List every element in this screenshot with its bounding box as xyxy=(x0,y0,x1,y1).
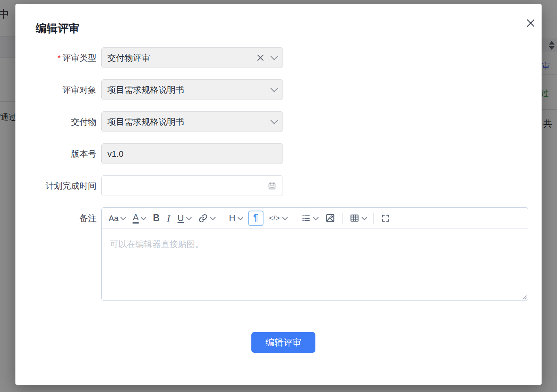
dialog-title: 编辑评审 xyxy=(36,22,79,35)
version-input: v1.0 xyxy=(101,143,283,164)
code-icon: </> xyxy=(269,215,281,222)
submit-edit-review-button[interactable]: 编辑评审 xyxy=(251,332,315,353)
paragraph-icon: ¶ xyxy=(253,213,258,224)
form-row-review-type: *评审类型 交付物评审 xyxy=(15,47,542,68)
chevron-down-icon xyxy=(270,117,278,124)
table-button[interactable] xyxy=(346,211,370,226)
chevron-down-icon xyxy=(210,214,216,220)
paragraph-button[interactable]: ¶ xyxy=(248,211,264,226)
review-object-select[interactable]: 项目需求规格说明书 xyxy=(101,79,283,100)
chevron-down-icon xyxy=(270,53,278,60)
clear-icon[interactable] xyxy=(257,54,264,62)
chevron-down-icon xyxy=(270,85,278,92)
form-row-deliverable: 交付物 项目需求规格说明书 xyxy=(15,111,542,132)
chevron-down-icon xyxy=(237,214,243,220)
underline-button[interactable]: U xyxy=(174,211,195,226)
review-type-select[interactable]: 交付物评审 xyxy=(101,47,283,68)
remark-label: 备注 xyxy=(15,207,96,222)
rich-text-editor: Aa A B I U xyxy=(101,207,528,301)
chevron-down-icon xyxy=(313,214,319,220)
toolbar-divider xyxy=(342,213,343,224)
deliverable-value: 项目需求规格说明书 xyxy=(107,116,272,128)
review-type-label: *评审类型 xyxy=(15,47,96,68)
bold-button[interactable]: B xyxy=(149,211,163,226)
review-type-value: 交付物评审 xyxy=(107,52,257,64)
fullscreen-button[interactable] xyxy=(377,211,394,226)
edit-review-dialog: 编辑评审 *评审类型 交付物评审 xyxy=(15,4,542,385)
form-row-remark: 备注 Aa A B I xyxy=(15,207,542,301)
calendar-icon xyxy=(267,181,277,191)
chevron-down-icon xyxy=(186,214,192,220)
close-icon xyxy=(526,19,535,28)
bullet-list-icon xyxy=(301,213,311,223)
image-button[interactable] xyxy=(321,211,339,226)
form-row-review-object: 评审对象 项目需求规格说明书 xyxy=(15,79,542,100)
chevron-down-icon xyxy=(282,214,288,220)
version-value: v1.0 xyxy=(107,149,277,159)
editor-toolbar: Aa A B I U xyxy=(102,208,528,229)
deliverable-select[interactable]: 项目需求规格说明书 xyxy=(101,111,283,132)
form-row-version: 版本号 v1.0 xyxy=(15,143,542,164)
toolbar-divider xyxy=(294,213,294,224)
font-color-button[interactable]: A xyxy=(129,211,149,226)
fullscreen-icon xyxy=(381,213,390,223)
chevron-down-icon xyxy=(141,214,146,220)
link-icon xyxy=(198,213,208,223)
toolbar-divider xyxy=(373,213,374,224)
link-button[interactable] xyxy=(195,211,219,226)
italic-button[interactable]: I xyxy=(163,211,174,226)
chevron-down-icon xyxy=(120,214,126,220)
chevron-down-icon xyxy=(362,214,367,220)
list-button[interactable] xyxy=(298,211,321,226)
image-icon xyxy=(325,213,335,223)
form-row-plan-finish-time: 计划完成时间 xyxy=(15,175,542,196)
editor-placeholder: 可以在编辑器直接贴图。 xyxy=(110,239,204,250)
plan-finish-time-input[interactable] xyxy=(101,175,283,196)
resize-handle[interactable] xyxy=(522,294,527,300)
font-size-button[interactable]: Aa xyxy=(105,211,129,226)
review-object-value: 项目需求规格说明书 xyxy=(107,84,272,96)
table-icon xyxy=(349,213,360,223)
close-button[interactable] xyxy=(526,19,535,28)
edit-review-form: *评审类型 交付物评审 评审对象 项目需求规格说明书 xyxy=(15,47,542,312)
required-mark: * xyxy=(58,53,61,62)
toolbar-divider xyxy=(222,213,222,224)
plan-finish-time-label: 计划完成时间 xyxy=(15,175,96,196)
editor-content-area[interactable]: 可以在编辑器直接贴图。 xyxy=(102,229,528,300)
code-block-button[interactable]: </> xyxy=(266,211,291,226)
heading-button[interactable]: H xyxy=(225,211,246,226)
deliverable-label: 交付物 xyxy=(15,111,96,132)
version-label: 版本号 xyxy=(15,143,96,164)
review-object-label: 评审对象 xyxy=(15,79,96,100)
